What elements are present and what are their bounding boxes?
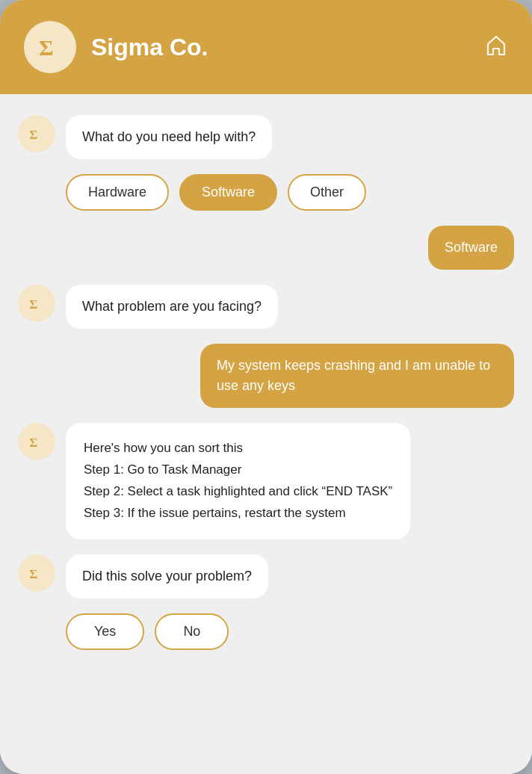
category-options-row: Hardware Software Other	[66, 174, 514, 211]
bot-bubble-3: Did this solve your problem?	[66, 554, 268, 598]
option-other[interactable]: Other	[288, 174, 366, 211]
svg-text:Σ: Σ	[29, 567, 37, 581]
bot-avatar-4: Σ	[18, 554, 55, 592]
bot-message-1: Σ What do you need help with?	[18, 115, 514, 159]
yes-no-options-row: Yes No	[66, 613, 514, 650]
bot-message-3: Σ Did this solve your problem?	[18, 554, 514, 598]
option-hardware[interactable]: Hardware	[66, 174, 169, 211]
header: Σ Sigma Co.	[0, 0, 532, 94]
svg-text:Σ: Σ	[29, 436, 37, 450]
svg-text:Σ: Σ	[29, 297, 37, 312]
home-button[interactable]	[484, 34, 508, 61]
sigma-avatar-icon-1: Σ	[26, 123, 47, 144]
bot-bubble-1: What do you need help with?	[66, 115, 272, 159]
user-message-2-row: My system keeps crashing and I am unable…	[18, 344, 514, 408]
bot-bubble-2: What problem are you facing?	[66, 285, 278, 329]
sigma-avatar-icon-4: Σ	[26, 563, 47, 583]
bot-avatar-2: Σ	[18, 285, 55, 322]
bot-response-text: Here's how you can sort thisStep 1: Go t…	[84, 441, 392, 520]
user-bubble-2: My system keeps crashing and I am unable…	[200, 344, 514, 408]
logo-avatar: Σ	[24, 21, 76, 73]
sigma-avatar-icon-2: Σ	[26, 293, 47, 314]
svg-text:Σ: Σ	[39, 35, 54, 60]
sigma-avatar-icon-3: Σ	[26, 431, 47, 452]
bot-response-bubble: Here's how you can sort thisStep 1: Go t…	[66, 423, 410, 539]
home-icon	[484, 34, 508, 58]
svg-text:Σ: Σ	[29, 128, 37, 142]
user-bubble-1: Software	[428, 226, 514, 270]
bot-avatar-1: Σ	[18, 115, 55, 152]
option-software[interactable]: Software	[179, 174, 277, 211]
chat-area: Σ What do you need help with? Hardware S…	[0, 94, 532, 774]
option-yes[interactable]: Yes	[66, 613, 144, 650]
sigma-logo-icon: Σ	[34, 31, 66, 63]
option-no[interactable]: No	[155, 613, 229, 650]
app-title: Sigma Co.	[91, 34, 469, 61]
bot-response-row: Σ Here's how you can sort thisStep 1: Go…	[18, 423, 514, 539]
user-message-1-row: Software	[18, 226, 514, 270]
app-container: Σ Sigma Co. Σ What do you need help with…	[0, 0, 532, 774]
bot-message-2: Σ What problem are you facing?	[18, 285, 514, 329]
bot-avatar-3: Σ	[18, 423, 55, 460]
